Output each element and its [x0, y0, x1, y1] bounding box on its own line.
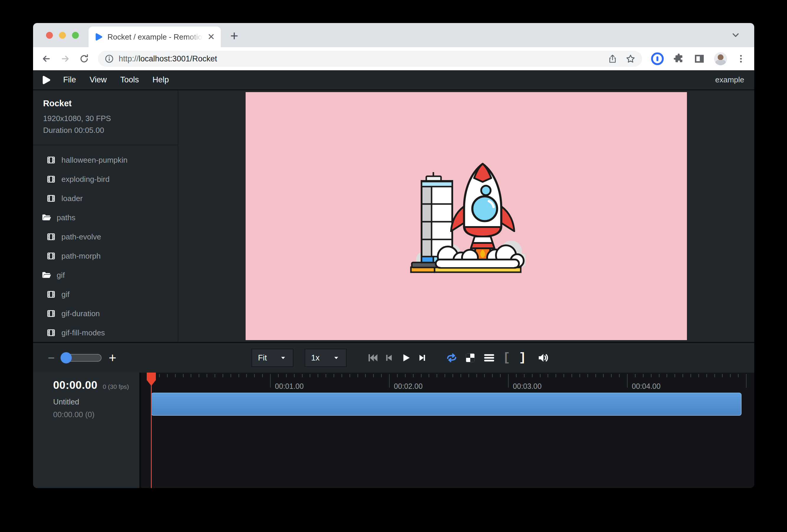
film-icon — [47, 309, 56, 318]
tab-search-chevron-icon[interactable] — [731, 30, 741, 40]
extensions-puzzle-icon[interactable] — [673, 53, 685, 65]
playback-speed-select[interactable]: 1x — [305, 349, 346, 367]
sidebar-item-loader[interactable]: loader — [33, 189, 178, 208]
browser-tab[interactable]: Rocket / example - Remotion P ✕ — [89, 26, 221, 47]
traffic-lights — [46, 32, 79, 39]
volume-button[interactable] — [537, 352, 549, 364]
remotion-app: File View Tools Help example Rocket 1920… — [33, 70, 754, 488]
set-out-point-button[interactable]: ] — [519, 351, 526, 365]
timeline-ruler[interactable]: 00:01.00 00:02.00 00:03.00 00:04.00 — [141, 373, 754, 488]
composition-title: Rocket — [43, 99, 168, 108]
menu-tools[interactable]: Tools — [115, 75, 144, 84]
next-frame-button[interactable] — [418, 354, 427, 362]
previous-frame-button[interactable] — [384, 354, 393, 362]
share-icon[interactable] — [608, 54, 617, 63]
chevron-down-icon — [333, 354, 340, 362]
extension-actions — [651, 52, 746, 65]
film-icon — [47, 194, 56, 203]
film-icon — [47, 232, 56, 241]
canvas-size-value: Fit — [258, 354, 267, 363]
password-manager-icon[interactable] — [651, 52, 664, 65]
canvas-size-select[interactable]: Fit — [252, 349, 293, 367]
browser-menu-kebab-icon[interactable] — [736, 54, 746, 64]
sidebar-item-gif[interactable]: gif — [33, 285, 178, 304]
compositions-sidebar: Rocket 1920x1080, 30 FPS Duration 00:05.… — [33, 90, 178, 342]
zoom-out-button[interactable]: − — [48, 351, 55, 365]
playhead-handle[interactable] — [147, 373, 156, 386]
chevron-down-icon — [279, 354, 287, 362]
browser-window: Rocket / example - Remotion P ✕ + http:/… — [33, 23, 754, 488]
film-icon — [47, 290, 56, 299]
folder-open-icon — [41, 213, 51, 222]
address-bar[interactable]: http://localhost:3001/Rocket — [98, 51, 642, 67]
profile-avatar[interactable] — [714, 52, 727, 65]
sidebar-item-gif-fill-modes[interactable]: gif-fill-modes — [33, 323, 178, 342]
loop-toggle-button[interactable] — [446, 352, 458, 364]
zoom-in-button[interactable]: + — [109, 350, 116, 365]
reload-button[interactable] — [79, 54, 89, 64]
minimize-window-button[interactable] — [59, 32, 66, 39]
sidebar-item-label: paths — [57, 213, 76, 222]
url-scheme: http:// — [119, 54, 139, 63]
playback-speed-value: 1x — [311, 354, 320, 363]
sidebar-item-path-morph[interactable]: path-morph — [33, 247, 178, 266]
timeline-rows-button[interactable] — [484, 352, 495, 363]
sidebar-item-label: exploding-bird — [61, 175, 109, 184]
set-in-point-button[interactable]: [ — [503, 351, 510, 365]
current-timecode: 00:00.00 — [53, 379, 98, 391]
composition-resolution: 1920x1080, 30 FPS — [43, 112, 168, 124]
composition-info: Rocket 1920x1080, 30 FPS Duration 00:05.… — [33, 99, 178, 145]
url-text: http://localhost:3001/Rocket — [119, 54, 217, 63]
composition-duration: Duration 00:05.00 — [43, 124, 168, 136]
menu-view[interactable]: View — [84, 75, 112, 84]
url-host-path: localhost:3001/Rocket — [139, 54, 217, 63]
fullscreen-window-button[interactable] — [72, 32, 79, 39]
sidebar-item-label: halloween-pumpkin — [61, 155, 128, 165]
track-name: Untitled — [53, 397, 139, 406]
sidebar-toggle-icon[interactable] — [694, 53, 705, 65]
sidebar-item-label: gif — [61, 290, 69, 299]
remotion-favicon-icon — [94, 33, 103, 41]
sidebar-item-path-evolve[interactable]: path-evolve — [33, 227, 178, 247]
timeline-info-panel: 00:00.00 0 (30 fps) Untitled 00:00.00 (0… — [33, 373, 141, 488]
tab-close-icon[interactable]: ✕ — [208, 33, 215, 41]
ruler-label-1s: 00:01.00 — [275, 382, 303, 390]
sidebar-item-label: gif — [57, 271, 65, 280]
sidebar-folder-paths[interactable]: paths — [33, 208, 178, 227]
zoom-slider-thumb[interactable] — [61, 352, 72, 363]
composition-canvas — [246, 92, 687, 340]
ruler-label-4s: 00:04.00 — [632, 382, 660, 390]
preview-area — [178, 90, 754, 342]
play-button[interactable] — [401, 353, 411, 363]
menu-help[interactable]: Help — [147, 75, 174, 84]
film-icon — [47, 155, 56, 165]
sidebar-item-exploding-bird[interactable]: exploding-bird — [33, 170, 178, 189]
bookmark-star-icon[interactable] — [625, 54, 636, 64]
skip-to-start-button[interactable] — [367, 353, 378, 363]
sidebar-item-label: path-evolve — [61, 232, 101, 241]
film-icon — [47, 328, 56, 337]
close-window-button[interactable] — [46, 32, 53, 39]
sidebar-item-gif-duration[interactable]: gif-duration — [33, 304, 178, 323]
menu-file[interactable]: File — [58, 75, 82, 84]
rocket-launch-artwork — [407, 159, 526, 273]
sidebar-folder-gif[interactable]: gif — [33, 266, 178, 285]
remotion-logo-icon[interactable] — [41, 75, 51, 85]
forward-button[interactable] — [60, 54, 70, 64]
ruler-label-2s: 00:02.00 — [394, 382, 422, 390]
sidebar-item-label: gif-fill-modes — [61, 328, 105, 337]
new-tab-button[interactable]: + — [230, 28, 238, 44]
app-menubar: File View Tools Help example — [33, 70, 754, 90]
track-start-label: 00:00.00 (0) — [53, 410, 139, 419]
tab-strip: Rocket / example - Remotion P ✕ + — [33, 23, 754, 47]
timeline-sequence-bar[interactable] — [151, 393, 742, 416]
film-icon — [47, 252, 56, 260]
sidebar-item-halloween-pumpkin[interactable]: halloween-pumpkin — [33, 151, 178, 170]
playback-controls-bar: − + Fit 1x — [33, 342, 754, 373]
sidebar-item-label: loader — [61, 194, 83, 203]
site-info-icon[interactable] — [105, 54, 114, 63]
canvas-zoom-slider[interactable] — [62, 354, 102, 362]
transparency-checkerboard-button[interactable] — [465, 352, 476, 363]
back-button[interactable] — [41, 54, 51, 64]
film-icon — [47, 175, 56, 184]
